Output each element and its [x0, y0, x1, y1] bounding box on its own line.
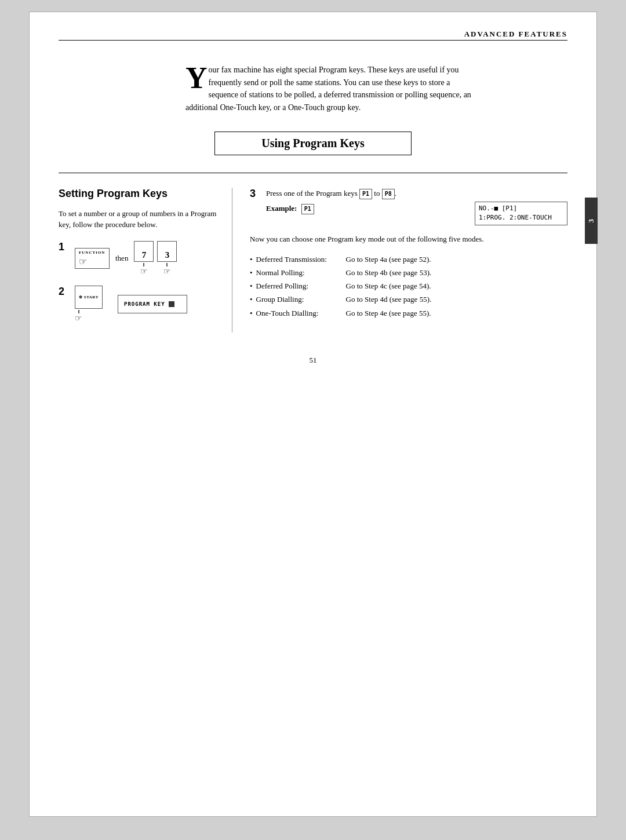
- bullet-0: •: [250, 254, 253, 265]
- step-2-number: 2: [59, 286, 70, 298]
- list-item-group-dialling: • Group Dialling: Go to Step 4d (see pag…: [250, 294, 567, 305]
- step-3-text: Press one of the Program keys: [266, 189, 358, 198]
- program-key-square-icon: [169, 301, 174, 307]
- mode-intro-para: Now you can choose one Program key mode …: [250, 233, 567, 245]
- bullet-4: •: [250, 308, 253, 319]
- list-item-deferred-polling: • Deferred Polling: Go to Step 4c (see p…: [250, 281, 567, 291]
- step-3-to: to: [374, 189, 381, 198]
- step-3-content: Press one of the Program keys P1 to P8. …: [266, 188, 567, 214]
- header-title: ADVANCED FEATURES: [464, 30, 567, 38]
- action-4: Go to Step 4e (see page 55).: [346, 308, 431, 319]
- bullet-3: •: [250, 294, 253, 305]
- key-3-hand: ☞: [163, 266, 171, 276]
- function-key: FUNCTION ☞: [75, 248, 110, 269]
- step-1-content: FUNCTION ☞ then 7 ☞: [75, 241, 177, 276]
- action-2: Go to Step 4c (see page 54).: [346, 281, 431, 291]
- start-key-pointer: ☞: [75, 310, 82, 323]
- chapter-tab-number: 3: [587, 219, 596, 223]
- key-3-pointer: ☞: [163, 263, 171, 276]
- divider: [59, 173, 567, 173]
- two-column-layout: Setting Program Keys To set a number or …: [59, 188, 567, 333]
- step-3-instruction: Press one of the Program keys P1 to P8.: [266, 188, 567, 199]
- display-line-2: 1:PROG. 2:ONE-TOUCH: [479, 213, 563, 223]
- display-line-1: NO.-■ [P1]: [479, 204, 563, 214]
- intro-section: Your fax machine has eight special Progr…: [151, 64, 475, 114]
- key-7-hand: ☞: [140, 266, 148, 276]
- function-key-icon: ☞: [79, 256, 87, 267]
- key-7-group: 7 ☞: [134, 241, 154, 276]
- key-7-pointer: ☞: [140, 263, 148, 276]
- list-item-deferred-transmission: • Deferred Transmission: Go to Step 4a (…: [250, 254, 567, 265]
- step-3-example-line: Example: P1 NO.-■ [P1] 1:PROG. 2:ONE-TOU…: [266, 203, 567, 214]
- step-2-content: ⊕ START ☞ PROGRAM KEY: [75, 286, 187, 323]
- setting-program-keys-title: Setting Program Keys: [59, 188, 220, 200]
- display-box: NO.-■ [P1] 1:PROG. 2:ONE-TOUCH: [475, 202, 567, 225]
- title-box-label: Using Program Keys: [261, 137, 364, 149]
- step-2: 2 ⊕ START ☞ P: [59, 286, 220, 323]
- p1-key-symbol: P1: [359, 189, 372, 199]
- action-0: Go to Step 4a (see page 52).: [346, 254, 431, 265]
- right-column: 3 Press one of the Program keys P1 to P8…: [232, 188, 567, 333]
- example-key: P1: [301, 204, 314, 214]
- then-text: then: [115, 254, 128, 263]
- term-1: Normal Polling:: [256, 268, 346, 278]
- step-3-number: 3: [250, 188, 256, 200]
- page-number: 51: [59, 356, 567, 365]
- list-item-one-touch-dialling: • One-Touch Dialling: Go to Step 4e (see…: [250, 308, 567, 319]
- term-2: Deferred Polling:: [256, 281, 346, 291]
- term-4: One-Touch Dialling:: [256, 308, 346, 319]
- intro-body: our fax machine has eight special Progra…: [185, 65, 471, 112]
- function-key-label: FUNCTION: [79, 250, 105, 255]
- page: 3 ADVANCED FEATURES Your fax machine has…: [29, 12, 597, 817]
- program-key-text: PROGRAM KEY: [124, 301, 165, 307]
- step-1-number: 1: [59, 241, 70, 253]
- bullet-1: •: [250, 268, 253, 278]
- key-3-group: 3 ☞: [157, 241, 177, 276]
- program-key-display-group: PROGRAM KEY: [118, 295, 187, 313]
- start-key-group: ⊕ START ☞: [75, 286, 103, 323]
- left-column: Setting Program Keys To set a number or …: [59, 188, 232, 333]
- section-title-box: Using Program Keys: [214, 132, 412, 155]
- page-header: ADVANCED FEATURES: [59, 30, 567, 41]
- key-3: 3: [157, 241, 177, 262]
- intro-text: Your fax machine has eight special Progr…: [185, 64, 475, 114]
- chapter-tab: 3: [585, 198, 598, 244]
- key-7: 7: [134, 241, 154, 262]
- drop-cap: Y: [185, 66, 208, 90]
- bullet-2: •: [250, 281, 253, 291]
- list-item-normal-polling: • Normal Polling: Go to Step 4b (see pag…: [250, 268, 567, 278]
- program-key-display: PROGRAM KEY: [118, 295, 187, 313]
- modes-list: • Deferred Transmission: Go to Step 4a (…: [250, 254, 567, 319]
- term-3: Group Dialling:: [256, 294, 346, 305]
- action-1: Go to Step 4b (see page 53).: [346, 268, 432, 278]
- start-key: ⊕ START: [75, 286, 103, 309]
- example-label: Example:: [266, 204, 297, 213]
- start-key-label: ⊕ START: [79, 295, 99, 300]
- term-0: Deferred Transmission:: [256, 254, 346, 265]
- action-3: Go to Step 4d (see page 55).: [346, 294, 432, 305]
- p8-key-symbol: P8: [382, 189, 395, 199]
- setting-description: To set a number or a group of numbers in…: [59, 208, 220, 231]
- step-1: 1 FUNCTION ☞ then 7: [59, 241, 220, 276]
- step-3-wrapper: 3 Press one of the Program keys P1 to P8…: [250, 188, 567, 225]
- start-hand: ☞: [75, 313, 82, 323]
